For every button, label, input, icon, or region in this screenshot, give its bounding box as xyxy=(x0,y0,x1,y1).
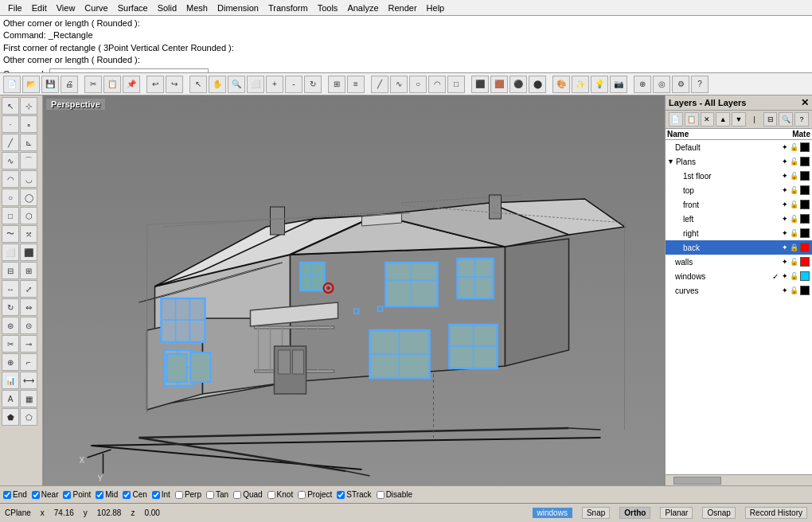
tb-rect[interactable]: □ xyxy=(447,76,465,93)
layer-row-left[interactable]: left✦🔓 xyxy=(666,212,812,226)
lt-point2[interactable]: ∘ xyxy=(20,115,37,133)
snap-checkbox-project[interactable] xyxy=(298,491,306,499)
snap-checkbox-int[interactable] xyxy=(152,491,160,499)
tb-camera[interactable]: 📷 xyxy=(610,76,627,93)
lt-ellipse[interactable]: ◯ xyxy=(20,189,37,206)
layer-row-right[interactable]: right✦🔓 xyxy=(666,226,812,240)
layer-up-btn[interactable]: ▲ xyxy=(716,112,730,127)
layer-bulb-plans[interactable]: ✦ xyxy=(782,158,788,166)
tb-sphere[interactable]: ⚫ xyxy=(509,76,527,93)
lt-hatch[interactable]: ▦ xyxy=(20,390,37,407)
close-icon[interactable]: ✕ xyxy=(801,97,809,108)
layer-row-top[interactable]: top✦🔓 xyxy=(666,183,812,197)
layer-bulb-right[interactable]: ✦ xyxy=(782,229,788,237)
lt-mesh2[interactable]: ⊞ xyxy=(20,262,37,279)
layer-lock-top[interactable]: 🔓 xyxy=(790,186,798,194)
menu-view[interactable]: View xyxy=(52,2,80,14)
snap-cen[interactable]: Cen xyxy=(123,490,146,499)
layer-lock-curves[interactable]: 🔓 xyxy=(790,286,798,294)
tb-cut[interactable]: ✂ xyxy=(84,76,102,93)
snap-checkbox-near[interactable] xyxy=(32,491,40,499)
tb-zoomout[interactable]: - xyxy=(285,76,303,93)
layer-color-walls[interactable] xyxy=(800,257,810,267)
layer-lock-front[interactable]: 🔓 xyxy=(790,201,798,208)
layer-search-btn[interactable]: 🔍 xyxy=(779,112,793,127)
layer-row-windows[interactable]: windows✓✦🔓 xyxy=(666,269,812,283)
layer-lock-1stfloor[interactable]: 🔓 xyxy=(790,172,798,180)
lt-extra1[interactable]: ⬟ xyxy=(2,408,19,426)
lt-arc2[interactable]: ◡ xyxy=(20,170,37,188)
snap-checkbox-strack[interactable] xyxy=(337,491,345,499)
tb-osnap[interactable]: ◎ xyxy=(653,76,670,93)
layer-bulb-1stfloor[interactable]: ✦ xyxy=(782,172,788,180)
layer-color-default[interactable] xyxy=(800,142,810,152)
tb-zoomext[interactable]: ⬜ xyxy=(247,76,264,93)
snap-mid[interactable]: Mid xyxy=(96,490,118,499)
lt-extra2[interactable]: ⬠ xyxy=(20,408,37,426)
tb-zoom[interactable]: 🔍 xyxy=(228,76,245,93)
layer-color-front[interactable] xyxy=(800,200,810,209)
layer-bulb-walls[interactable]: ✦ xyxy=(782,258,788,266)
lt-mirror[interactable]: ⇔ xyxy=(20,298,37,316)
lt-project[interactable]: ⊝ xyxy=(20,317,37,334)
layer-filter-btn[interactable]: ⊟ xyxy=(763,112,778,127)
layers-scrollbar-thumb[interactable] xyxy=(673,477,721,485)
lt-extend[interactable]: ⊸ xyxy=(20,335,37,353)
layer-row-front[interactable]: front✦🔓 xyxy=(666,197,812,212)
layer-bulb-left[interactable]: ✦ xyxy=(782,215,788,223)
layer-bulb-top[interactable]: ✦ xyxy=(782,186,788,194)
tb-render[interactable]: ✨ xyxy=(572,76,589,93)
menu-curve[interactable]: Curve xyxy=(80,2,112,14)
snap-tan[interactable]: Tan xyxy=(206,490,228,499)
layer-color-curves[interactable] xyxy=(800,286,810,295)
lt-point[interactable]: · xyxy=(2,115,19,133)
snap-int[interactable]: Int xyxy=(152,490,170,499)
lt-rotate[interactable]: ↻ xyxy=(2,298,19,316)
snap-checkbox-tan[interactable] xyxy=(206,491,214,499)
tb-undo[interactable]: ↩ xyxy=(146,76,164,93)
layer-lock-walls[interactable]: 🔓 xyxy=(790,258,798,266)
layer-help-btn[interactable]: ? xyxy=(794,112,809,127)
viewport[interactable]: Perspective xyxy=(43,95,665,485)
snap-disable[interactable]: Disable xyxy=(377,490,412,499)
snap-perp[interactable]: Perp xyxy=(175,490,201,499)
layer-color-plans[interactable] xyxy=(800,157,810,166)
lt-annot[interactable]: A xyxy=(2,390,19,407)
lt-polygon[interactable]: ⬡ xyxy=(20,207,37,224)
tb-copy[interactable]: 📋 xyxy=(103,76,121,93)
snap-checkbox-quad[interactable] xyxy=(233,491,241,499)
tb-snap[interactable]: ⊕ xyxy=(634,76,651,93)
tb-rotate[interactable]: ↻ xyxy=(304,76,322,93)
lt-blend[interactable]: ⤱ xyxy=(20,225,37,243)
lt-boolean[interactable]: ⊕ xyxy=(2,353,19,371)
layer-down-btn[interactable]: ▼ xyxy=(732,112,746,127)
planar-btn[interactable]: Planar xyxy=(660,507,693,519)
snap-checkbox-mid[interactable] xyxy=(96,491,103,499)
lt-surface2[interactable]: ⬛ xyxy=(20,243,37,261)
tb-save[interactable]: 💾 xyxy=(41,76,59,93)
lt-xform[interactable]: ↔ xyxy=(2,280,19,298)
lt-scale[interactable]: ⤢ xyxy=(20,280,37,298)
lt-select2[interactable]: ⊹ xyxy=(20,97,37,115)
layer-new-sub-btn[interactable]: 📋 xyxy=(685,112,699,127)
tb-arc[interactable]: ◠ xyxy=(428,76,446,93)
snap-end[interactable]: End xyxy=(3,490,27,499)
layer-color-windows[interactable] xyxy=(800,271,810,281)
layer-color-back[interactable] xyxy=(800,243,810,252)
layers-scrollbar[interactable] xyxy=(666,474,812,485)
tb-extrude[interactable]: ⬛ xyxy=(471,76,489,93)
expand-icon[interactable]: ▼ xyxy=(667,158,674,166)
menu-render[interactable]: Render xyxy=(384,2,422,14)
menu-help[interactable]: Help xyxy=(422,2,450,14)
tb-grid[interactable]: ⊞ xyxy=(328,76,345,93)
layer-bulb-curves[interactable]: ✦ xyxy=(782,286,788,294)
lt-analysis[interactable]: 📊 xyxy=(2,372,19,389)
lt-rect[interactable]: □ xyxy=(2,207,19,224)
layer-new-btn[interactable]: 📄 xyxy=(669,112,683,127)
tb-settings[interactable]: ⚙ xyxy=(672,76,689,93)
snap-quad[interactable]: Quad xyxy=(233,490,262,499)
tb-new[interactable]: 📄 xyxy=(3,76,21,93)
osnap-btn[interactable]: Osnap xyxy=(702,507,735,519)
tb-pan[interactable]: ✋ xyxy=(209,76,226,93)
layer-bulb-back[interactable]: ✦ xyxy=(782,243,788,251)
